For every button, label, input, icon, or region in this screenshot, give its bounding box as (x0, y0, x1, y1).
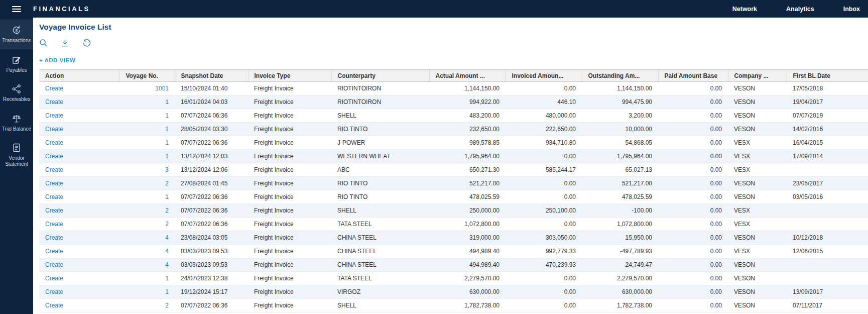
cell-invoiced: 0.00 (506, 150, 582, 163)
cell-invoiced: 446.10 (506, 95, 582, 109)
cell-snapshot_date: 07/07/2022 06:36 (175, 136, 248, 150)
cell-counterparty: RIO TINTO (331, 123, 429, 136)
cell-voyage_no: 1 (119, 285, 175, 299)
cell-first_bl (787, 258, 868, 272)
cell-counterparty: TATA STEEL (331, 218, 429, 231)
column-header-first-bl-date[interactable]: First BL Date (787, 70, 868, 82)
cell-snapshot_date: 19/12/2024 15:17 (175, 285, 248, 299)
cell-first_bl: 19/04/2017 (787, 95, 868, 109)
sidebar-item-vendor-statement[interactable]: Vendor Statement (0, 137, 33, 172)
column-header-invoiced-amount[interactable]: Invoiced Amoun... (506, 70, 582, 82)
cell-counterparty: RIO TINTO (331, 177, 429, 190)
create-link[interactable]: Create (45, 261, 63, 268)
cell-paid: 0.00 (658, 218, 728, 231)
column-header-paid-amount-base[interactable]: Paid Amount Base (658, 70, 728, 82)
voyage-number-link[interactable]: 2 (165, 302, 169, 309)
nav-network[interactable]: Network (732, 6, 757, 13)
sidebar-item-receivables[interactable]: Receivables (0, 78, 33, 108)
column-header-snapshot-date[interactable]: Snapshot Date (175, 70, 248, 82)
sidebar: $ Transactions Payables Receivables Tria… (0, 18, 33, 314)
create-link[interactable]: Create (45, 288, 63, 295)
cell-counterparty: WESTERN WHEAT (331, 150, 429, 163)
column-header-action[interactable]: Action (39, 70, 119, 82)
sidebar-item-transactions[interactable]: $ Transactions (0, 20, 33, 49)
create-link[interactable]: Create (45, 126, 63, 133)
create-link[interactable]: Create (45, 166, 63, 173)
column-header-company[interactable]: Company ... (728, 70, 787, 82)
voyage-number-link[interactable]: 3 (165, 166, 169, 173)
create-link[interactable]: Create (45, 180, 63, 187)
cell-counterparty: VIRGOZ (331, 285, 429, 299)
hamburger-menu-icon[interactable] (0, 6, 33, 12)
create-link[interactable]: Create (45, 193, 63, 200)
page-title: Voyage Invoice List (39, 23, 868, 32)
cell-voyage_no: 2 (119, 177, 175, 190)
add-view-button[interactable]: + ADD VIEW (39, 57, 75, 63)
voyage-number-link[interactable]: 4 (165, 248, 169, 255)
voyage-number-link[interactable]: 2 (165, 180, 169, 187)
vendor-statement-icon (12, 143, 22, 153)
cell-counterparty: CHINA STEEL (331, 258, 429, 272)
cell-company: VESON (728, 272, 787, 285)
nav-inbox[interactable]: Inbox (843, 6, 860, 13)
list-toolbar (39, 39, 868, 47)
cell-action: Create (39, 299, 119, 312)
voyage-number-link[interactable]: 1 (165, 153, 169, 160)
voyage-number-link[interactable]: 1 (165, 139, 169, 146)
cell-outstanding: 521,217.00 (582, 177, 658, 190)
cell-invoice_type: Freight Invoice (248, 258, 331, 272)
voyage-number-link[interactable]: 1001 (155, 85, 169, 92)
cell-outstanding: -100.00 (582, 204, 658, 218)
voyage-number-link[interactable]: 4 (165, 234, 169, 241)
table-row: Create107/07/2022 06:36Freight InvoiceRI… (39, 190, 868, 204)
create-link[interactable]: Create (45, 234, 63, 241)
table-row: Create313/12/2024 12:06Freight InvoiceAB… (39, 163, 868, 177)
cell-first_bl: 16/04/2015 (787, 136, 868, 150)
column-header-actual-amount[interactable]: Actual Amount ... (429, 70, 506, 82)
cell-paid: 0.00 (658, 136, 728, 150)
table-row: Create113/12/2024 12:03Freight InvoiceWE… (39, 150, 868, 163)
create-link[interactable]: Create (45, 302, 63, 309)
nav-analytics[interactable]: Analytics (786, 6, 814, 13)
cell-voyage_no: 4 (119, 245, 175, 258)
cell-first_bl: 17/09/2014 (787, 150, 868, 163)
create-link[interactable]: Create (45, 153, 63, 160)
sidebar-item-payables[interactable]: Payables (0, 49, 33, 79)
voyage-number-link[interactable]: 2 (165, 221, 169, 228)
voyage-number-link[interactable]: 1 (165, 112, 169, 119)
voyage-number-link[interactable]: 4 (165, 261, 169, 268)
voyage-number-link[interactable]: 1 (165, 288, 169, 295)
cell-action: Create (39, 285, 119, 299)
cell-paid: 0.00 (658, 150, 728, 163)
create-link[interactable]: Create (45, 221, 63, 228)
cell-action: Create (39, 245, 119, 258)
search-icon[interactable] (39, 39, 48, 47)
create-link[interactable]: Create (45, 248, 63, 255)
download-icon[interactable] (61, 39, 69, 47)
cell-action: Create (39, 150, 119, 163)
cell-actual: 1,782,738.00 (429, 299, 506, 312)
column-header-invoice-type[interactable]: Invoice Type (248, 70, 331, 82)
sidebar-item-trial-balance[interactable]: Trial Balance (0, 108, 33, 138)
cell-first_bl: 13/09/2017 (787, 285, 868, 299)
column-header-counterparty[interactable]: Counterparty (331, 70, 429, 82)
voyage-number-link[interactable]: 1 (165, 193, 169, 200)
create-link[interactable]: Create (45, 139, 63, 146)
reset-icon[interactable] (82, 39, 91, 47)
column-header-outstanding-amount[interactable]: Outstanding Am... (582, 70, 658, 82)
column-header-voyage-no[interactable]: Voyage No. (119, 70, 175, 82)
cell-outstanding: 15,950.00 (582, 231, 658, 245)
create-link[interactable]: Create (45, 98, 63, 106)
create-link[interactable]: Create (45, 112, 63, 119)
create-link[interactable]: Create (45, 275, 63, 282)
voyage-number-link[interactable]: 2 (165, 207, 169, 214)
cell-first_bl: 17/05/2018 (787, 82, 868, 95)
create-link[interactable]: Create (45, 85, 63, 92)
voyage-number-link[interactable]: 1 (165, 126, 169, 133)
cell-invoiced: 480,000.00 (506, 109, 582, 123)
voyage-number-link[interactable]: 1 (165, 275, 169, 282)
create-link[interactable]: Create (45, 207, 63, 214)
cell-paid: 0.00 (658, 204, 728, 218)
cell-counterparty: SHELL (331, 109, 429, 123)
voyage-number-link[interactable]: 1 (165, 98, 169, 106)
